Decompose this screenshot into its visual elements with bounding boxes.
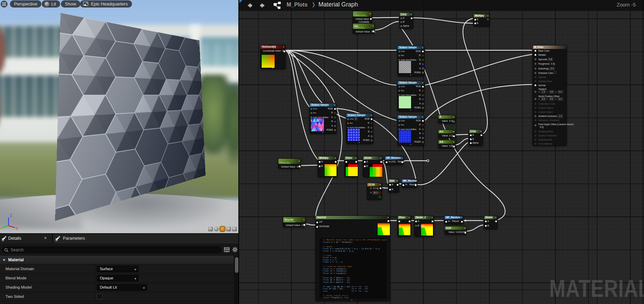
svg-text:X: X [16, 227, 18, 230]
svg-text:+: + [0, 227, 2, 230]
svg-text:Z: Z [10, 214, 12, 217]
